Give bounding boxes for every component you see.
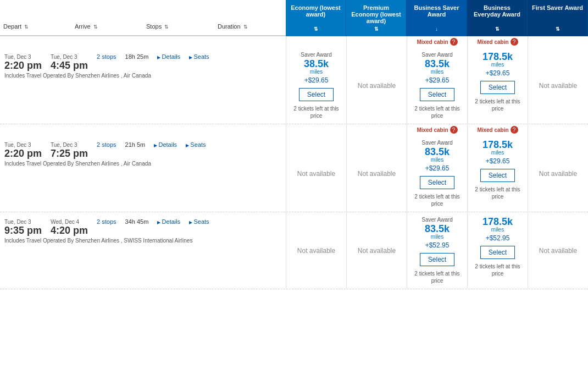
flight-1-times: Tue, Dec 3 2:20 pm Tue, Dec 3 4:45 pm 2 …	[4, 53, 281, 71]
mixed-cabin-label-1a: Mixed cabin	[417, 39, 448, 45]
flight-3-duration: 34h 45m	[125, 218, 149, 225]
flight-1-seats-link[interactable]: Seats	[189, 53, 209, 60]
flight-3-biz-saver-label: Saver Award	[421, 217, 453, 223]
flight-2-awards: Not available Not available Saver Award …	[286, 135, 588, 212]
flight-1-biz-everyday-tickets: 2 tickets left at this price	[470, 98, 525, 112]
flight-3-info: Tue, Dec 3 9:35 pm Wed, Dec 4 4:20 pm 2 …	[0, 212, 286, 289]
mixed-cabin-question-2a[interactable]: ?	[450, 126, 458, 134]
flight-1-arrive: Tue, Dec 3 4:45 pm	[51, 54, 88, 71]
biz-everyday-sort-icon[interactable]: ⇅	[495, 26, 500, 32]
award-mixed-row-2: Mixed cabin ? Mixed cabin ?	[286, 124, 588, 135]
biz-saver-col-header: Business Saver Award ↓	[407, 0, 467, 36]
flight-1-biz-everyday-miles-text: miles	[491, 62, 504, 68]
premium-sort-icon[interactable]: ⇅	[374, 26, 379, 32]
flight-3-biz-everyday-select-btn[interactable]: Select	[480, 246, 515, 259]
economy-sort-icon[interactable]: ⇅	[314, 26, 318, 32]
flight-2-stops: 2 stops	[97, 141, 116, 148]
flight-3-stops: 2 stops	[97, 218, 116, 225]
first-sort-icon[interactable]: ⇅	[556, 26, 560, 32]
mixed-cabin-question-1b[interactable]: ?	[511, 38, 518, 46]
flight-1-biz-saver-label: Saver Award	[421, 52, 453, 58]
duration-col-header[interactable]: Duration ⇅	[214, 21, 286, 32]
flight-1-biz-saver-tickets: 2 tickets left at this price	[409, 105, 465, 119]
flight-2-first-na: Not available	[539, 170, 577, 178]
depart-col-header[interactable]: Depart ⇅	[0, 21, 71, 32]
flight-2-biz-everyday-select-btn[interactable]: Select	[480, 169, 515, 182]
flight-2-biz-saver-miles-text: miles	[431, 157, 443, 163]
first-col-header: First Saver Award ⇅	[528, 0, 588, 36]
flight-3-economy-na: Not available	[297, 247, 335, 255]
flight-3-biz-saver-miles: 83.5k	[425, 224, 450, 234]
flight-3-biz-everyday-tickets: 2 tickets left at this price	[470, 263, 525, 277]
flight-1-info: Tue, Dec 3 2:20 pm Tue, Dec 3 4:45 pm 2 …	[0, 47, 286, 124]
flight-1-biz-saver-miles-text: miles	[431, 69, 443, 75]
flight-2-depart: Tue, Dec 3 2:20 pm	[4, 142, 42, 159]
flight-3-biz-saver-tickets: 2 tickets left at this price	[409, 270, 465, 284]
flight-1-details-link[interactable]: Details	[157, 53, 180, 60]
flight-2-economy-cell: Not available	[286, 135, 346, 212]
flight-row-3: Tue, Dec 3 9:35 pm Wed, Dec 4 4:20 pm 2 …	[0, 212, 588, 289]
mixed-cabin-question-1a[interactable]: ?	[450, 38, 458, 46]
mc2-economy	[286, 124, 346, 135]
flight-2-biz-everyday-cost: +$29.65	[486, 157, 510, 165]
flight-3-biz-saver-cost: +$52.95	[425, 241, 450, 249]
mixed-cabin-label-1b: Mixed cabin	[477, 39, 508, 45]
flight-3-economy-cell: Not available	[286, 212, 346, 289]
flight-spacer	[0, 36, 286, 47]
flight-2-biz-saver-label: Saver Award	[421, 140, 453, 146]
flight-1-biz-everyday-cell: 178.5k miles +$29.65 Select 2 tickets le…	[467, 47, 528, 124]
mc2-first	[528, 124, 588, 135]
flight-3-biz-saver-miles-text: miles	[431, 234, 443, 240]
flight-1-biz-everyday-select-btn[interactable]: Select	[480, 81, 515, 94]
flight-1-main-row: Tue, Dec 3 2:20 pm Tue, Dec 3 4:45 pm 2 …	[0, 47, 588, 124]
flight-3-details-link[interactable]: Details	[157, 218, 180, 225]
arrive-sort-icon: ⇅	[93, 24, 98, 30]
flight-2-duration: 21h 5m	[125, 141, 146, 148]
flight-2-info: Tue, Dec 3 2:20 pm Tue, Dec 3 7:25 pm 2 …	[0, 135, 286, 212]
flight-3-biz-everyday-cell: 178.5k miles +$52.95 Select 2 tickets le…	[467, 212, 528, 289]
mc-biz-saver: Mixed cabin ?	[407, 36, 467, 47]
flight-2-biz-everyday-cell: 178.5k miles +$29.65 Select 2 tickets le…	[467, 135, 528, 212]
stops-sort-icon: ⇅	[164, 24, 169, 30]
mc-premium	[346, 36, 407, 47]
flight-3-biz-saver-select-btn[interactable]: Select	[420, 253, 454, 266]
flight-1-first-cell: Not available	[528, 47, 588, 124]
flight-1-depart: Tue, Dec 3 2:20 pm	[4, 54, 42, 71]
flight-3-depart: Tue, Dec 3 9:35 pm	[4, 219, 42, 236]
flight-3-awards: Not available Not available Saver Award …	[286, 212, 588, 289]
biz-saver-sort-icon[interactable]: ↓	[435, 26, 438, 32]
flight-3-main-row: Tue, Dec 3 9:35 pm Wed, Dec 4 4:20 pm 2 …	[0, 212, 588, 289]
flight-1-biz-everyday-cost: +$29.65	[486, 69, 510, 77]
flight-2-details-link[interactable]: Details	[154, 141, 177, 148]
flight-1-economy-cost: +$29.65	[304, 76, 329, 84]
flight-3-times: Tue, Dec 3 9:35 pm Wed, Dec 4 4:20 pm 2 …	[4, 218, 281, 236]
flight-2-times: Tue, Dec 3 2:20 pm Tue, Dec 3 7:25 pm 2 …	[4, 141, 281, 159]
flight-2-biz-saver-select-btn[interactable]: Select	[420, 176, 454, 189]
economy-col-header: Economy (lowest award) ⇅	[286, 0, 346, 36]
flight-1-economy-cell: Saver Award 38.5k miles +$29.65 Select 2…	[286, 47, 346, 124]
flight-2-seats-link[interactable]: Seats	[186, 141, 206, 148]
flight-1-premium-na: Not available	[358, 82, 396, 90]
flight-1-biz-saver-select-btn[interactable]: Select	[420, 88, 454, 101]
flight-3-seats-link[interactable]: Seats	[189, 218, 209, 225]
flight-2-biz-saver-cell: Saver Award 83.5k miles +$29.65 Select 2…	[407, 135, 467, 212]
flight-1-biz-everyday-miles: 178.5k	[482, 52, 513, 62]
mixed-cabin-question-2b[interactable]: ?	[511, 126, 518, 134]
mc2-biz-everyday: Mixed cabin ?	[467, 124, 528, 135]
stops-col-header[interactable]: Stops ⇅	[143, 21, 214, 32]
flight-2-premium-na: Not available	[358, 170, 396, 178]
arrive-col-header[interactable]: Arrive ⇅	[71, 21, 143, 32]
flight-2-first-cell: Not available	[528, 135, 588, 212]
flight-1-biz-saver-cost: +$29.65	[425, 76, 450, 84]
flight-3-first-cell: Not available	[528, 212, 588, 289]
mc-biz-everyday: Mixed cabin ?	[467, 36, 528, 47]
flight-row-1: Mixed cabin ? Mixed cabin ? Tue, Dec 3 2…	[0, 36, 588, 124]
flight-3-biz-everyday-miles: 178.5k	[482, 217, 513, 227]
flight-1-awards: Saver Award 38.5k miles +$29.65 Select 2…	[286, 47, 588, 124]
flight-2-operated: Includes Travel Operated By Shenzhen Air…	[4, 161, 281, 167]
flight-1-economy-tickets: 2 tickets left at this price	[289, 105, 344, 119]
flight-2-premium-cell: Not available	[346, 135, 407, 212]
flight-1-economy-select-btn[interactable]: Select	[299, 88, 334, 101]
mixed-cabin-label-2a: Mixed cabin	[417, 127, 448, 133]
flight-1-economy-miles: 38.5k	[304, 59, 329, 69]
